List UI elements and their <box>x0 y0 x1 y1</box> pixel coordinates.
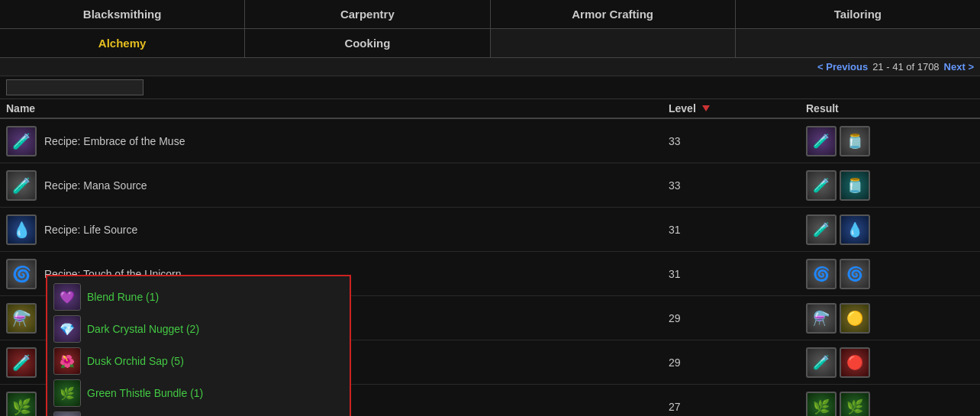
sort-arrow-icon <box>702 105 710 111</box>
row-result: 🌀 🌀 <box>806 259 974 289</box>
row-icon: 🌀 <box>6 259 37 289</box>
tab-cooking[interactable]: Cooking <box>245 29 490 57</box>
tooltip-item-name: Blend Rune (1) <box>87 291 159 303</box>
header-level[interactable]: Level <box>669 102 806 114</box>
row-icon: 🌿 <box>6 392 37 417</box>
tab-carpentry[interactable]: Carpentry <box>245 0 490 28</box>
row-level: 31 <box>669 224 806 236</box>
tab-armor-crafting[interactable]: Armor Crafting <box>491 0 736 28</box>
tooltip-item-name: Dark Crystal Nugget (2) <box>87 323 199 335</box>
tab-tailoring[interactable]: Tailoring <box>736 0 980 28</box>
row-recipe-name: Recipe: Embrace of the Muse <box>44 135 669 147</box>
prev-page-link[interactable]: < Previous <box>817 61 868 73</box>
table-row[interactable]: 🧪 Recipe: Embrace of the Muse 33 🧪 🫙 <box>0 119 980 163</box>
result-icon: 💧 <box>840 214 870 245</box>
row-result: 🧪 🫙 <box>806 126 974 156</box>
result-icon: 🟡 <box>840 303 870 334</box>
row-result: 🧪 🫙 <box>806 170 974 201</box>
row-level: 29 <box>669 312 806 324</box>
tooltip-item-icon: 🌿 <box>53 379 81 407</box>
row-icon: 💧 <box>6 214 37 245</box>
result-icon: 🌀 <box>806 259 837 289</box>
result-icon: 🧪 <box>806 126 837 156</box>
tooltip-item-icon: 🫙 <box>53 411 81 416</box>
pagination-range: 21 - 41 of 1708 <box>872 61 939 73</box>
tooltip-item: 🫙 Magic Bottle (1) <box>53 409 343 416</box>
result-icon: 🌿 <box>840 392 870 417</box>
next-page-link[interactable]: Next > <box>944 61 974 73</box>
row-level: 33 <box>669 179 806 192</box>
tab-blacksmithing[interactable]: Blacksmithing <box>0 0 245 28</box>
pagination-bar: < Previous 21 - 41 of 1708 Next > <box>0 58 980 76</box>
row-icon: ⚗️ <box>6 303 37 334</box>
result-icon: 🫙 <box>840 126 870 156</box>
tab-empty-2 <box>736 29 980 57</box>
row-level: 27 <box>669 401 806 413</box>
ingredient-tooltip: 💜 Blend Rune (1) 💎 Dark Crystal Nugget (… <box>46 275 351 416</box>
result-icon: 🌿 <box>806 392 837 417</box>
row-result: 🌿 🌿 <box>806 392 974 417</box>
tooltip-item: 💜 Blend Rune (1) <box>53 281 343 313</box>
header-result: Result <box>806 102 974 114</box>
row-recipe-name: Recipe: Life Source <box>44 224 669 236</box>
tab-empty-1 <box>491 29 736 57</box>
result-icon: 🌀 <box>840 259 870 289</box>
result-icon: 🫙 <box>840 170 870 201</box>
tooltip-item: 💎 Dark Crystal Nugget (2) <box>53 313 343 345</box>
search-input[interactable] <box>6 79 143 95</box>
row-result: ⚗️ 🟡 <box>806 303 974 334</box>
result-icon: 🧪 <box>806 347 837 378</box>
row-icon: 🧪 <box>6 347 37 378</box>
tooltip-item: 🌿 Green Thistle Bundle (1) <box>53 377 343 409</box>
result-icon: 🔴 <box>840 347 870 378</box>
row-result: 🧪 💧 <box>806 214 974 245</box>
table-body: 🧪 Recipe: Embrace of the Muse 33 🧪 🫙 🧪 R… <box>0 119 980 416</box>
result-icon: 🧪 <box>806 170 837 201</box>
row-level: 29 <box>669 356 806 369</box>
row-icon: 🧪 <box>6 170 37 201</box>
header-name: Name <box>6 102 669 114</box>
table-row[interactable]: 🌀 Recipe: Touch of the Unicorn 31 🌀 🌀 💜 … <box>0 252 980 296</box>
row-result: 🧪 🔴 <box>806 347 974 378</box>
result-icon: ⚗️ <box>806 303 837 334</box>
nav-tabs-row1: Blacksmithing Carpentry Armor Crafting T… <box>0 0 980 29</box>
search-row <box>0 76 980 99</box>
nav-tabs-row2: Alchemy Cooking <box>0 29 980 58</box>
tooltip-item-icon: 🌺 <box>53 347 81 375</box>
table-row[interactable]: 💧 Recipe: Life Source 31 🧪 💧 <box>0 208 980 252</box>
row-level: 33 <box>669 135 806 147</box>
tooltip-item-name: Green Thistle Bundle (1) <box>87 387 203 399</box>
table-row[interactable]: 🧪 Recipe: Mana Source 33 🧪 🫙 <box>0 163 980 208</box>
row-recipe-name: Recipe: Mana Source <box>44 179 669 192</box>
tab-alchemy[interactable]: Alchemy <box>0 29 245 57</box>
tooltip-item-name: Dusk Orchid Sap (5) <box>87 355 184 367</box>
row-icon: 🧪 <box>6 126 37 156</box>
result-icon: 🧪 <box>806 214 837 245</box>
tooltip-item: 🌺 Dusk Orchid Sap (5) <box>53 345 343 377</box>
row-level: 31 <box>669 268 806 280</box>
tooltip-item-icon: 💜 <box>53 283 81 311</box>
tooltip-item-icon: 💎 <box>53 315 81 343</box>
table-header: Name Level Result <box>0 99 980 119</box>
